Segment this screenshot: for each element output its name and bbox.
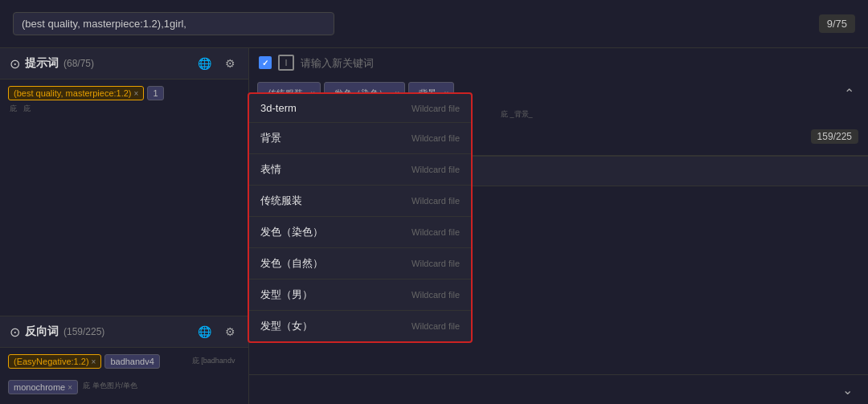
tag-1[interactable]: 1: [147, 86, 163, 100]
dropdown-item-bg-type: Wildcard file: [411, 133, 460, 143]
badhandv4-label: badhandv4: [110, 357, 154, 366]
dropdown-item-haircolor-nat-type: Wildcard file: [411, 259, 460, 268]
best-quality-close[interactable]: ×: [134, 89, 139, 98]
dropdown-item-3dterm-type: Wildcard file: [411, 104, 460, 113]
neg-count: (159/225): [63, 326, 104, 337]
top-counter-badge: 159/225: [811, 129, 858, 144]
best-quality-tag[interactable]: (best quality, masterpiece:1.2) ×: [8, 86, 144, 100]
globe-icon[interactable]: 🌐: [195, 55, 213, 72]
badhandv4-tag[interactable]: badhandv4: [104, 354, 159, 369]
top-bar: 9/75: [0, 0, 868, 48]
sub-label-1: 庇: [8, 104, 18, 114]
monochrome-label: monochrome: [14, 382, 65, 392]
dropdown-item-haircolor-nat-name: 发色（自然）: [260, 256, 323, 271]
neg-section-header: ⊙ 反向词 (159/225) 🌐 ⚙: [0, 316, 248, 348]
collapse-icon[interactable]: ⊙: [10, 56, 20, 71]
prompt-tags-area: (best quality, masterpiece:1.2) × 1 庇 庇: [0, 80, 248, 316]
dropdown-item-3dterm[interactable]: 3d-term Wildcard file: [249, 94, 471, 123]
settings-icon[interactable]: ⚙: [221, 55, 239, 72]
prompt-tag-row: (best quality, masterpiece:1.2) × 1: [8, 86, 240, 100]
tag-1-label: 1: [153, 88, 158, 98]
dropdown-item-haircolor-nat[interactable]: 发色（自然） Wildcard file: [249, 248, 471, 280]
dropdown-item-trad[interactable]: 传统服装 Wildcard file: [249, 186, 471, 217]
keyword-input-row: ✓ I: [249, 48, 868, 77]
dropdown-item-hairstyle-f[interactable]: 发型（女） Wildcard file: [249, 311, 471, 341]
checkbox-blue[interactable]: ✓: [259, 56, 272, 69]
neg-title: 反向词: [25, 324, 59, 339]
dropdown-item-haircolor-dyed-type: Wildcard file: [411, 227, 460, 237]
cursor-icon[interactable]: I: [278, 55, 294, 71]
bottom-chevron[interactable]: ⌄: [836, 378, 858, 401]
dropdown-item-expr-name: 表情: [260, 162, 281, 177]
monochrome-tag[interactable]: monochrome ×: [8, 380, 78, 394]
prompt-section-header: ⊙ 提示词 (68/75) 🌐 ⚙: [0, 48, 248, 80]
easyneg-tag[interactable]: (EasyNegative:1.2) ×: [8, 354, 101, 369]
sub-label-2: 庇: [22, 104, 32, 114]
best-quality-label: (best quality, masterpiece:1.2): [14, 88, 132, 98]
new-keyword-input-top[interactable]: [301, 57, 858, 69]
dropdown-item-haircolor-dyed[interactable]: 发色（染色） Wildcard file: [249, 217, 471, 248]
dropdown-item-bg-name: 背景: [260, 131, 281, 145]
wildcard-dropdown: 3d-term Wildcard file 背景 Wildcard file 表…: [248, 92, 473, 343]
dropdown-item-hairstyle-f-type: Wildcard file: [411, 321, 460, 331]
mono-sub: 庇 单色图片/单色: [81, 382, 139, 390]
expand-chevron[interactable]: ⌃: [837, 82, 860, 104]
main-prompt-input[interactable]: [13, 12, 334, 35]
left-panel: ⊙ 提示词 (68/75) 🌐 ⚙ (best quality, masterp…: [0, 48, 249, 404]
neg-collapse-icon[interactable]: ⊙: [10, 324, 20, 340]
prompt-title: 提示词: [25, 56, 59, 71]
right-sub-3: 庇 _背景_: [499, 109, 534, 120]
neg-settings-icon[interactable]: ⚙: [221, 323, 239, 341]
dropdown-item-3dterm-name: 3d-term: [260, 102, 297, 114]
main-area: ⊙ 提示词 (68/75) 🌐 ⚙ (best quality, masterp…: [0, 48, 868, 404]
dropdown-item-hairstyle-m-type: Wildcard file: [411, 290, 460, 300]
prompt-count: (68/75): [63, 58, 94, 69]
dropdown-item-hairstyle-m[interactable]: 发型（男） Wildcard file: [249, 280, 471, 311]
neg-tag-row: (EasyNegative:1.2) × badhandv4: [8, 354, 160, 369]
dropdown-item-hairstyle-f-name: 发型（女）: [260, 319, 313, 333]
neg-tags-area: (EasyNegative:1.2) × badhandv4 庇 [badhan…: [0, 348, 248, 404]
dropdown-item-expr[interactable]: 表情 Wildcard file: [249, 154, 471, 186]
dropdown-item-expr-type: Wildcard file: [411, 165, 460, 174]
dropdown-item-hairstyle-m-name: 发型（男）: [260, 288, 313, 302]
dropdown-item-trad-type: Wildcard file: [411, 196, 460, 206]
neg-sub-1: [163, 356, 166, 372]
neg-globe-icon[interactable]: 🌐: [195, 323, 213, 341]
bottom-bar: ⌄: [249, 374, 868, 404]
token-counter: 9/75: [819, 14, 855, 33]
dropdown-item-haircolor-dyed-name: 发色（染色）: [260, 225, 323, 239]
dropdown-item-bg[interactable]: 背景 Wildcard file: [249, 123, 471, 154]
easyneg-close[interactable]: ×: [92, 357, 96, 366]
neg-sub-2: 庇 [badhandv: [190, 356, 237, 372]
dropdown-item-trad-name: 传统服装: [260, 194, 302, 208]
neg-tag-row-2: monochrome ×: [8, 380, 78, 394]
monochrome-close[interactable]: ×: [68, 383, 72, 392]
easyneg-label: (EasyNegative:1.2): [14, 357, 89, 366]
dropdown-scroll[interactable]: 3d-term Wildcard file 背景 Wildcard file 表…: [249, 94, 471, 341]
